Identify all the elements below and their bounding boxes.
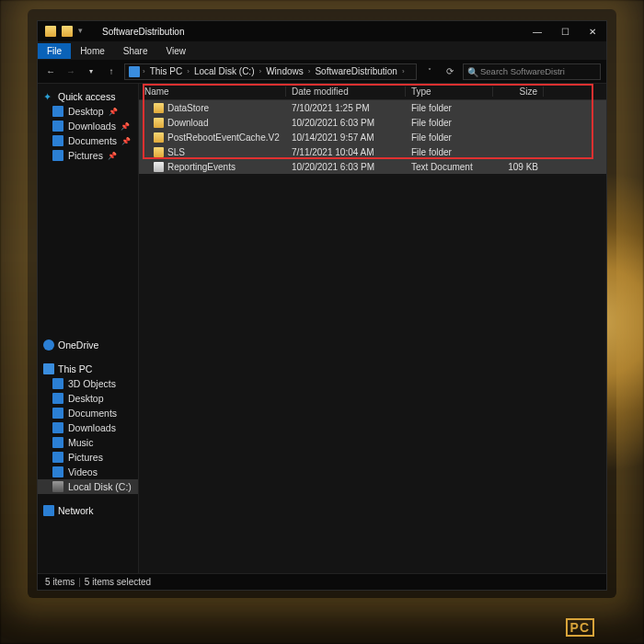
disk-icon <box>52 481 63 492</box>
file-icon <box>154 162 164 172</box>
address-bar[interactable]: › This PC › Local Disk (C:) › Windows › … <box>124 63 417 80</box>
videos-icon <box>52 466 63 477</box>
pictures-icon <box>52 452 63 463</box>
table-row[interactable]: DataStore7/10/2021 1:25 PMFile folder <box>139 100 606 115</box>
file-date: 10/20/2021 6:03 PM <box>286 162 406 172</box>
sidebar-item-onedrive[interactable]: OneDrive <box>38 338 138 352</box>
downloads-icon <box>52 121 63 132</box>
column-header-type[interactable]: Type <box>406 86 493 97</box>
documents-icon <box>52 408 63 419</box>
chevron-right-icon[interactable]: › <box>258 67 262 75</box>
music-icon <box>52 437 63 448</box>
3d-icon <box>52 378 63 389</box>
cloud-icon <box>43 339 54 351</box>
pin-icon: 📌 <box>121 122 130 131</box>
sidebar-item-this-pc[interactable]: This PC <box>38 362 138 376</box>
chevron-right-icon[interactable]: › <box>186 67 190 75</box>
file-list: Name Date modified Type Size DataStore7/… <box>139 84 606 573</box>
sidebar-item-desktop[interactable]: Desktop📌 <box>38 104 138 119</box>
search-icon: 🔍 <box>467 67 477 76</box>
navigation-pane: ✦ Quick access Desktop📌 Downloads📌 Docum… <box>38 84 139 573</box>
explorer-window: ▾ SoftwareDistribution — ☐ ✕ File Home S… <box>37 20 607 591</box>
sidebar-item-downloads[interactable]: Downloads <box>38 420 138 435</box>
status-count: 5 items <box>45 577 75 587</box>
status-bar: 5 items | 5 items selected <box>38 573 606 590</box>
refresh-button[interactable]: ⟳ <box>443 64 457 79</box>
qat-icon[interactable] <box>62 26 73 37</box>
title-bar: ▾ SoftwareDistribution — ☐ ✕ <box>38 21 606 41</box>
nav-bar: ← → ▾ ↑ › This PC › Local Disk (C:) › Wi… <box>38 60 606 84</box>
desktop-icon <box>52 106 63 117</box>
history-dropdown[interactable]: ▾ <box>84 64 98 79</box>
tab-home[interactable]: Home <box>71 43 114 59</box>
pc-icon <box>43 363 54 374</box>
maximize-button[interactable]: ☐ <box>551 21 579 41</box>
file-name: PostRebootEventCache.V2 <box>167 132 280 143</box>
column-header-date[interactable]: Date modified <box>286 86 406 97</box>
pc-icon <box>129 66 140 77</box>
breadcrumb[interactable]: Local Disk (C:) <box>192 66 257 76</box>
documents-icon <box>52 135 63 146</box>
breadcrumb[interactable]: Windows <box>264 66 305 76</box>
file-date: 7/10/2021 1:25 PM <box>286 103 406 113</box>
tab-view[interactable]: View <box>157 43 196 59</box>
table-row[interactable]: SLS7/11/2021 10:04 AMFile folder <box>139 144 606 159</box>
file-name: ReportingEvents <box>167 162 236 172</box>
sidebar-item-videos[interactable]: Videos <box>38 465 138 479</box>
file-type: File folder <box>406 103 493 113</box>
tab-share[interactable]: Share <box>114 43 157 59</box>
chevron-right-icon[interactable]: › <box>307 67 312 75</box>
downloads-icon <box>52 422 63 433</box>
forward-button[interactable]: → <box>63 64 78 79</box>
file-type: File folder <box>406 118 493 128</box>
watermark: PC <box>562 618 598 637</box>
file-date: 7/11/2021 10:04 AM <box>286 147 406 157</box>
file-name: Download <box>167 118 208 128</box>
file-name: DataStore <box>167 103 209 113</box>
status-selected: 5 items selected <box>85 577 151 587</box>
sidebar-item-downloads[interactable]: Downloads📌 <box>38 119 138 133</box>
folder-icon <box>154 103 164 113</box>
sidebar-item-network[interactable]: Network <box>38 503 138 518</box>
sidebar-item-pictures[interactable]: Pictures📌 <box>38 148 138 163</box>
column-header-size[interactable]: Size <box>493 86 544 97</box>
breadcrumb[interactable]: SoftwareDistribution <box>313 66 398 76</box>
table-row[interactable]: Download10/20/2021 6:03 PMFile folder <box>139 115 606 130</box>
up-button[interactable]: ↑ <box>104 64 119 79</box>
chevron-right-icon[interactable]: › <box>142 67 146 75</box>
sidebar-item-desktop[interactable]: Desktop <box>38 391 138 406</box>
sidebar-item-pictures[interactable]: Pictures <box>38 450 138 465</box>
sidebar-item-3d-objects[interactable]: 3D Objects <box>38 376 138 391</box>
sidebar-item-music[interactable]: Music <box>38 435 138 450</box>
file-type: File folder <box>406 147 493 157</box>
file-date: 10/20/2021 6:03 PM <box>286 118 406 128</box>
minimize-button[interactable]: — <box>523 21 551 41</box>
pictures-icon <box>52 150 63 161</box>
sidebar-item-documents[interactable]: Documents <box>38 406 138 420</box>
chevron-right-icon[interactable]: › <box>401 67 406 75</box>
sidebar-item-documents[interactable]: Documents📌 <box>38 133 138 148</box>
pin-icon: 📌 <box>121 137 131 145</box>
file-name: SLS <box>167 147 185 157</box>
desktop-icon <box>52 393 63 404</box>
back-button[interactable]: ← <box>43 64 58 79</box>
star-icon: ✦ <box>43 91 54 102</box>
search-input[interactable]: 🔍 Search SoftwareDistri <box>463 63 601 80</box>
app-icon <box>45 26 56 37</box>
folder-icon <box>154 118 164 128</box>
qat-dropdown-icon[interactable]: ▾ <box>78 26 89 37</box>
breadcrumb[interactable]: This PC <box>148 66 185 76</box>
file-type: Text Document <box>406 162 493 172</box>
column-header-name[interactable]: Name <box>139 86 286 97</box>
sidebar-item-local-disk-c[interactable]: Local Disk (C:) <box>38 479 138 494</box>
pin-icon: 📌 <box>108 152 117 160</box>
column-headers: Name Date modified Type Size <box>139 84 606 100</box>
addr-dropdown[interactable]: ˅ <box>422 64 437 79</box>
file-type: File folder <box>406 132 493 143</box>
sidebar-item-quick-access[interactable]: ✦ Quick access <box>38 89 138 104</box>
tab-file[interactable]: File <box>38 43 71 59</box>
close-button[interactable]: ✕ <box>579 21 606 41</box>
table-row[interactable]: PostRebootEventCache.V210/14/2021 9:57 A… <box>139 130 606 144</box>
table-row[interactable]: ReportingEvents10/20/2021 6:03 PMText Do… <box>139 159 606 174</box>
folder-icon <box>154 132 164 143</box>
